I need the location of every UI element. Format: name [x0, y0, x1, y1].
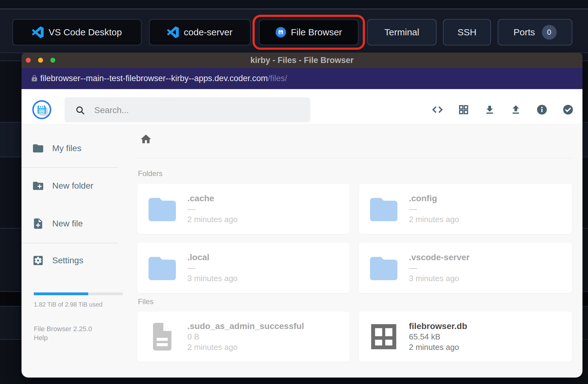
ports-count-badge: 0	[542, 25, 557, 40]
item-modified: 2 minutes ago	[187, 214, 237, 225]
sidebar-item-label: My files	[52, 143, 81, 153]
help-link[interactable]: Help	[34, 334, 48, 342]
window-titlebar: kirby - Files - File Browser	[22, 53, 582, 68]
vscode-icon	[167, 26, 179, 38]
storage-usage-bar	[34, 292, 123, 295]
search-input[interactable]	[94, 97, 304, 123]
tab-file-browser[interactable]: File Browser	[259, 19, 359, 45]
folder-icon	[146, 253, 179, 283]
tab-label: VS Code Desktop	[49, 27, 122, 37]
item-size: —	[187, 204, 237, 214]
topbar-upper-strip	[0, 0, 588, 9]
check-circle-icon[interactable]	[562, 104, 574, 116]
item-modified: 2 minutes ago	[187, 342, 304, 352]
sidebar-item-new-file[interactable]: New file	[22, 214, 124, 233]
app-version: File Browser 2.25.0	[34, 325, 92, 333]
tab-label: Terminal	[384, 27, 419, 37]
item-name: .sudo_as_admin_successful	[187, 321, 304, 331]
sidebar-item-settings[interactable]: Settings	[22, 251, 124, 270]
search-box	[65, 97, 310, 122]
window-title: kirby - Files - File Browser	[22, 53, 582, 68]
folder-card-config[interactable]: .config — 2 minutes ago	[359, 184, 572, 234]
folder-card-vscode-server[interactable]: .vscode-server — 3 minutes ago	[359, 243, 572, 293]
item-name: .local	[187, 252, 237, 263]
download-icon[interactable]	[484, 104, 496, 116]
sidebar: My files New folder New file Settings	[22, 124, 124, 378]
item-size: 0 B	[187, 331, 304, 342]
folder-icon	[367, 253, 400, 283]
info-icon[interactable]	[536, 104, 548, 116]
section-label-folders: Folders	[138, 169, 163, 178]
vscode-icon	[32, 26, 44, 38]
home-icon	[140, 133, 152, 145]
folder-icon	[367, 194, 400, 224]
sidebar-divider	[22, 167, 118, 168]
folder-card-cache[interactable]: .cache — 2 minutes ago	[137, 184, 350, 234]
breadcrumb-home[interactable]	[140, 133, 152, 145]
file-card-sudo-as-admin[interactable]: .sudo_as_admin_successful 0 B 2 minutes …	[137, 312, 350, 362]
content-area: My files New folder New file Settings	[22, 124, 582, 378]
item-size: —	[409, 204, 459, 214]
sidebar-divider	[22, 243, 118, 243]
item-modified: 2 minutes ago	[409, 342, 467, 352]
item-size: 65.54 kB	[409, 331, 467, 342]
header-toolbar	[432, 104, 574, 116]
tab-vscode-desktop[interactable]: VS Code Desktop	[12, 19, 142, 45]
file-listing: Folders .cache — 2 minutes ago	[137, 124, 572, 378]
workspace-topbar: VS Code Desktop code-server File B	[0, 0, 588, 53]
desktop: VS Code Desktop code-server File B	[0, 0, 588, 384]
filebrowser-icon	[276, 27, 286, 37]
tab-label: File Browser	[291, 27, 342, 37]
item-modified: 3 minutes ago	[409, 273, 470, 284]
filebrowser-logo[interactable]	[32, 100, 51, 119]
search-icon	[75, 105, 85, 116]
item-modified: 3 minutes ago	[187, 273, 237, 284]
tab-ports[interactable]: Ports 0	[498, 19, 572, 45]
url-text: filebrowser--main--test-filebrowser--kir…	[40, 68, 287, 89]
address-bar[interactable]: filebrowser--main--test-filebrowser--kir…	[22, 68, 582, 89]
grid-view-icon[interactable]	[458, 104, 469, 116]
sidebar-item-label: New folder	[52, 181, 93, 191]
tab-terminal[interactable]: Terminal	[367, 19, 437, 45]
folder-icon	[146, 194, 179, 224]
item-modified: 2 minutes ago	[409, 214, 459, 225]
database-file-icon	[367, 321, 400, 352]
tab-label: code-server	[184, 27, 232, 37]
folder-card-local[interactable]: .local — 3 minutes ago	[137, 243, 350, 293]
tab-label: SSH	[457, 27, 476, 37]
item-name: .vscode-server	[409, 252, 470, 263]
item-size: —	[187, 263, 237, 273]
sidebar-item-label: New file	[52, 219, 83, 229]
upload-icon[interactable]	[510, 104, 522, 116]
file-card-filebrowser-db[interactable]: filebrowser.db 65.54 kB 2 minutes ago	[359, 312, 572, 362]
sidebar-item-new-folder[interactable]: New folder	[22, 177, 124, 195]
sidebar-item-label: Settings	[52, 256, 83, 265]
url-path: /files/	[268, 74, 287, 83]
tab-code-server[interactable]: code-server	[149, 19, 251, 45]
browser-window: kirby - Files - File Browser filebrowser…	[22, 53, 582, 378]
breadcrumb-divider	[137, 158, 572, 159]
url-domain: filebrowser--main--test-filebrowser--kir…	[40, 74, 268, 83]
item-name: filebrowser.db	[409, 321, 467, 331]
lock-icon	[30, 74, 38, 84]
code-icon[interactable]	[432, 104, 443, 116]
settings-icon	[32, 254, 44, 267]
filebrowser-header	[22, 89, 582, 124]
new-file-icon	[32, 217, 44, 230]
folder-icon	[32, 142, 44, 155]
item-name: .config	[409, 193, 459, 204]
storage-usage-text: 1.82 TiB of 2.98 TiB used	[34, 301, 102, 308]
item-name: .cache	[187, 193, 237, 204]
tab-ssh[interactable]: SSH	[443, 19, 491, 45]
storage-usage-fill	[34, 292, 88, 295]
tab-label: Ports	[513, 27, 535, 37]
sidebar-item-my-files[interactable]: My files	[22, 139, 124, 158]
new-folder-icon	[32, 180, 44, 192]
item-size: —	[409, 263, 470, 273]
file-icon	[146, 320, 179, 353]
section-label-files: Files	[138, 297, 154, 306]
